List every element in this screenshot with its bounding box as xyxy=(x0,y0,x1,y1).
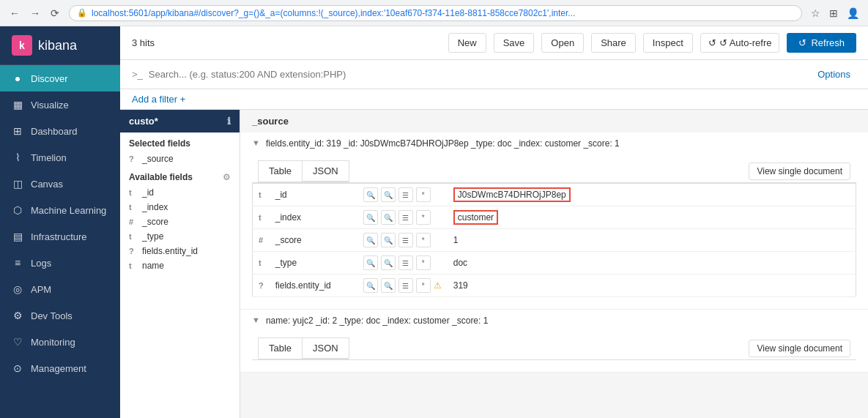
field-cell-type: _type xyxy=(270,252,357,275)
sidebar-item-apm[interactable]: ◎ APM xyxy=(0,276,120,302)
sidebar-item-timelion[interactable]: ⌇ Timelion xyxy=(0,144,120,171)
result-summary-2[interactable]: ▼ name: yujc2 _id: 2 _type: doc _index: … xyxy=(240,310,868,332)
filter-exists-type-icon[interactable]: * xyxy=(416,255,431,270)
tab-json-1[interactable]: JSON xyxy=(302,160,349,182)
index-info-icon[interactable]: ℹ xyxy=(227,116,231,127)
sidebar-item-discover[interactable]: ● Discover xyxy=(0,65,120,92)
toggle-column-icon[interactable]: ☰ xyxy=(398,187,413,202)
field-item-id[interactable]: t _id xyxy=(120,185,240,200)
timelion-icon: ⌇ xyxy=(12,152,23,163)
sidebar-item-dashboard[interactable]: ⊞ Dashboard xyxy=(0,118,120,144)
infrastructure-icon: ▤ xyxy=(12,231,23,242)
tab-table-2[interactable]: Table xyxy=(258,337,303,359)
sidebar-item-monitoring[interactable]: ♡ Monitoring xyxy=(0,329,120,355)
field-name-index: _index xyxy=(142,202,168,212)
sidebar-item-logs[interactable]: ≡ Logs xyxy=(0,250,120,276)
extensions-button[interactable]: ⊞ xyxy=(826,6,841,20)
sidebar-item-canvas[interactable]: ◫ Canvas xyxy=(0,171,120,197)
tab-table-1[interactable]: Table xyxy=(258,160,303,182)
share-button[interactable]: Share xyxy=(591,33,636,53)
field-type-name: t xyxy=(129,261,138,270)
reload-button[interactable]: ⟳ xyxy=(47,6,63,20)
add-filter-button[interactable]: Add a filter + xyxy=(132,94,185,105)
field-item-entity-id[interactable]: ? fields.entity_id xyxy=(120,244,240,258)
sidebar-item-infrastructure[interactable]: ▤ Infrastructure xyxy=(0,223,120,250)
source-column-label: _source xyxy=(252,116,289,127)
refresh-button[interactable]: ↺ Refresh xyxy=(787,33,856,53)
view-single-button-2[interactable]: View single document xyxy=(749,340,850,357)
forward-button[interactable]: → xyxy=(26,6,44,20)
back-button[interactable]: ← xyxy=(6,6,23,20)
view-single-button-1[interactable]: View single document xyxy=(749,163,850,180)
address-bar[interactable]: 🔒 localhost:5601/app/kibana#/discover?_g… xyxy=(69,5,802,21)
result-summary-1[interactable]: ▼ fields.entity_id: 319 _id: J0sDWmcB74D… xyxy=(240,133,868,154)
field-type-entity-id: ? xyxy=(129,247,138,255)
toggle-column-entity-icon[interactable]: ☰ xyxy=(398,278,413,293)
table-row-2: ▼ name: yujc2 _id: 2 _type: doc _index: … xyxy=(240,310,868,373)
actions-cell-type: 🔍 🔍 ☰ * xyxy=(357,252,448,275)
filter-for-score-icon[interactable]: 🔍 xyxy=(363,233,378,247)
canvas-icon: ◫ xyxy=(12,178,23,190)
field-item-score[interactable]: # _score xyxy=(120,214,240,229)
field-name-score: _score xyxy=(142,217,168,227)
sidebar-item-devtools[interactable]: ⚙ Dev Tools xyxy=(0,302,120,329)
inspect-button[interactable]: Inspect xyxy=(643,33,693,53)
field-item-name[interactable]: t name xyxy=(120,258,240,273)
field-name-entity-id: fields.entity_id xyxy=(142,246,198,256)
filter-for-type-icon[interactable]: 🔍 xyxy=(363,255,378,270)
sidebar-item-management[interactable]: ⊙ Management xyxy=(0,355,120,381)
management-icon: ⊙ xyxy=(12,362,23,374)
dashboard-icon: ⊞ xyxy=(12,125,23,137)
filter-for-index-icon[interactable]: 🔍 xyxy=(363,210,378,225)
action-icons-index: 🔍 🔍 ☰ * xyxy=(363,210,442,225)
browser-navigation: ← → ⟳ xyxy=(6,6,63,20)
expand-arrow-1[interactable]: ▼ xyxy=(252,138,260,147)
sidebar-item-visualize[interactable]: ▦ Visualize xyxy=(0,92,120,118)
filter-for-entity-icon[interactable]: 🔍 xyxy=(363,278,378,293)
field-name-type: _type xyxy=(142,231,163,242)
tab-json-2[interactable]: JSON xyxy=(302,337,349,359)
gear-icon[interactable]: ⚙ xyxy=(223,172,231,182)
field-item-source[interactable]: ? _source xyxy=(120,152,240,166)
value-cell-index: customer xyxy=(448,206,856,229)
filter-exists-index-icon[interactable]: * xyxy=(416,210,431,225)
data-table-1: t _id 🔍 🔍 ☰ * xyxy=(252,183,856,297)
actions-cell-index: 🔍 🔍 ☰ * xyxy=(357,206,448,229)
save-button[interactable]: Save xyxy=(494,33,535,53)
field-cell-score: _score xyxy=(270,229,357,252)
sidebar-item-label-timelion: Timelion xyxy=(31,152,67,163)
type-cell-id: t xyxy=(253,184,270,206)
options-button[interactable]: Options xyxy=(812,66,856,83)
auto-refresh-icon: ↺ xyxy=(708,37,716,48)
filter-out-score-icon[interactable]: 🔍 xyxy=(381,233,396,247)
new-button[interactable]: New xyxy=(448,33,486,53)
table-row-type: t _type 🔍 🔍 ☰ * xyxy=(253,252,856,275)
filter-out-entity-icon[interactable]: 🔍 xyxy=(381,278,396,293)
filter-exists-score-icon[interactable]: * xyxy=(416,233,431,247)
field-item-index[interactable]: t _index xyxy=(120,200,240,214)
auto-refresh-button[interactable]: ↺ ↺ Auto-refre xyxy=(700,33,780,53)
search-input[interactable] xyxy=(149,69,806,80)
filter-exists-entity-icon[interactable]: * xyxy=(416,278,431,293)
filter-exists-icon[interactable]: * xyxy=(416,187,431,202)
summary-text-2: name: yujc2 _id: 2 _type: doc _index: cu… xyxy=(266,316,489,326)
profile-button[interactable]: 👤 xyxy=(844,6,862,20)
browser-actions: ☆ ⊞ 👤 xyxy=(808,6,862,20)
toggle-column-score-icon[interactable]: ☰ xyxy=(398,233,413,247)
toggle-column-index-icon[interactable]: ☰ xyxy=(398,210,413,225)
discover-icon: ● xyxy=(12,72,23,84)
filter-bar: Add a filter + xyxy=(120,89,868,110)
field-item-type[interactable]: t _type xyxy=(120,229,240,244)
open-button[interactable]: Open xyxy=(541,33,584,53)
actions-cell-score: 🔍 🔍 ☰ * xyxy=(357,229,448,252)
field-type-type: t xyxy=(129,232,138,241)
expand-arrow-2[interactable]: ▼ xyxy=(252,316,260,324)
filter-out-icon[interactable]: 🔍 xyxy=(381,187,396,202)
sidebar-item-machine-learning[interactable]: ⬡ Machine Learning xyxy=(0,197,120,223)
toggle-column-type-icon[interactable]: ☰ xyxy=(398,255,413,270)
bookmark-button[interactable]: ☆ xyxy=(808,6,823,20)
filter-out-index-icon[interactable]: 🔍 xyxy=(381,210,396,225)
filter-out-type-icon[interactable]: 🔍 xyxy=(381,255,396,270)
doc-tab-actions-1: View single document xyxy=(749,163,850,180)
filter-for-icon[interactable]: 🔍 xyxy=(363,187,378,202)
